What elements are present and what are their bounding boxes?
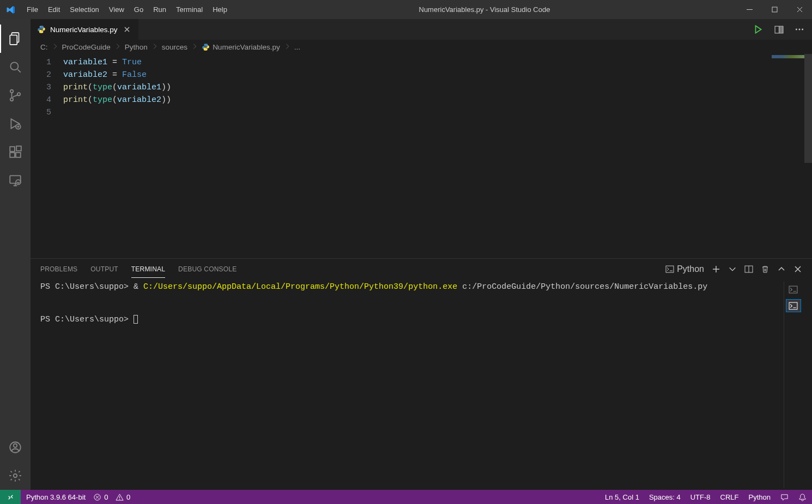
maximize-panel-icon[interactable] [777,265,786,274]
terminal-body[interactable]: PS C:\Users\suppo> & C:/Users/suppo/AppD… [31,280,812,490]
editor-scrollbar[interactable] [804,54,812,258]
svg-point-25 [799,29,801,31]
window-title: NumericVariables.py - Visual Studio Code [232,5,737,14]
menu-bar: FileEditSelectionViewGoRunTerminalHelp [22,2,232,17]
tabs-row: NumericVariables.py [31,19,812,40]
menu-terminal[interactable]: Terminal [171,2,208,17]
line-number-gutter: 12345 [31,54,63,258]
run-debug-icon[interactable] [0,110,31,138]
maximize-button[interactable] [762,0,787,19]
remote-indicator[interactable] [0,490,21,504]
terminal-type-label: Python [677,264,704,274]
close-button[interactable] [787,0,812,19]
more-actions-icon[interactable] [793,23,805,35]
code-lines[interactable]: variable1 = Truevariable2 = Falseprint(t… [63,54,171,258]
window-controls [737,0,812,19]
svg-rect-1 [772,7,777,12]
vscode-logo [0,5,22,15]
status-problems[interactable]: 0 0 [93,493,130,501]
panel-tab-debug[interactable]: DEBUG CONSOLE [178,260,237,278]
svg-point-19 [40,27,40,27]
new-terminal-dropdown-icon[interactable] [728,265,737,274]
svg-rect-10 [10,147,15,151]
breadcrumb-part[interactable]: Python [125,43,148,51]
panel-tab-output[interactable]: OUTPUT [90,260,118,278]
extensions-icon[interactable] [0,138,31,166]
breadcrumb-file[interactable]: NumericVariables.py [202,43,280,51]
new-terminal-icon[interactable] [712,265,720,274]
status-cursor[interactable]: Ln 5, Col 1 [605,493,639,501]
settings-gear-icon[interactable] [0,462,31,490]
breadcrumb[interactable]: C:ProCodeGuidePythonsourcesNumericVariab… [31,40,812,54]
close-panel-icon[interactable] [793,265,802,274]
status-feedback-icon[interactable] [780,493,789,501]
terminal-instance-icon-2[interactable] [786,299,801,312]
status-notifications-icon[interactable] [798,493,807,501]
svg-rect-30 [789,286,797,293]
status-eol[interactable]: CRLF [720,493,739,501]
svg-rect-31 [789,302,797,309]
breadcrumb-part[interactable]: sources [162,43,187,51]
svg-point-20 [43,32,43,32]
minimize-button[interactable] [737,0,762,19]
breadcrumb-part[interactable]: ProCodeGuide [62,43,111,51]
terminal-sidebar [784,282,802,488]
status-python-interpreter[interactable]: Python 3.9.6 64-bit [26,493,86,501]
split-terminal-icon[interactable] [744,265,753,274]
svg-rect-12 [16,153,21,157]
svg-rect-13 [16,146,21,151]
status-language[interactable]: Python [749,493,771,501]
title-bar: FileEditSelectionViewGoRunTerminalHelp N… [0,0,812,19]
tab-numericvariables[interactable]: NumericVariables.py [31,19,139,40]
svg-point-24 [796,29,797,31]
menu-selection[interactable]: Selection [65,2,104,17]
bottom-panel: PROBLEMS OUTPUT TERMINAL DEBUG CONSOLE P… [31,258,812,490]
svg-line-5 [17,69,20,72]
svg-rect-3 [10,35,17,45]
svg-rect-0 [747,9,753,10]
svg-point-4 [10,62,18,70]
tab-label: NumericVariables.py [50,26,118,34]
menu-help[interactable]: Help [208,2,232,17]
svg-point-7 [10,98,13,101]
activity-bar [0,19,31,490]
source-control-icon[interactable] [0,81,31,110]
terminal-text[interactable]: PS C:\Users\suppo> & C:/Users/suppo/AppD… [40,282,784,488]
minimap[interactable] [750,54,804,258]
panel-tab-terminal[interactable]: TERMINAL [131,260,165,278]
svg-point-18 [14,474,17,478]
menu-edit[interactable]: Edit [43,2,65,17]
breadcrumb-trail[interactable]: ... [294,43,300,51]
svg-rect-11 [10,153,15,157]
svg-rect-23 [779,26,783,33]
svg-point-6 [10,90,13,93]
kill-terminal-icon[interactable] [761,265,769,274]
split-editor-icon[interactable] [773,23,785,35]
svg-point-26 [802,29,803,31]
panel-tab-problems[interactable]: PROBLEMS [40,260,77,278]
run-file-icon[interactable] [752,23,764,35]
svg-point-17 [14,444,17,448]
menu-view[interactable]: View [104,2,129,17]
menu-go[interactable]: Go [129,2,148,17]
terminal-instance-icon-1[interactable] [786,283,801,296]
status-indent[interactable]: Spaces: 4 [649,493,681,501]
svg-point-34 [119,499,120,500]
svg-rect-27 [666,266,674,272]
breadcrumb-root[interactable]: C: [40,43,48,51]
status-bar: Python 3.9.6 64-bit 0 0 Ln 5, Col 1 Spac… [0,490,812,504]
code-editor[interactable]: 12345 variable1 = Truevariable2 = Falsep… [31,54,812,258]
editor-area: NumericVariables.py C:ProCodeGuidePython… [31,19,812,490]
terminal-type-dropdown[interactable]: Python [665,264,704,274]
tab-close-icon[interactable] [122,25,132,34]
menu-file[interactable]: File [22,2,43,17]
search-icon[interactable] [0,53,31,81]
status-encoding[interactable]: UTF-8 [690,493,711,501]
explorer-icon[interactable] [0,25,31,53]
accounts-icon[interactable] [0,433,31,462]
remote-explorer-icon[interactable] [0,166,31,195]
menu-run[interactable]: Run [148,2,171,17]
